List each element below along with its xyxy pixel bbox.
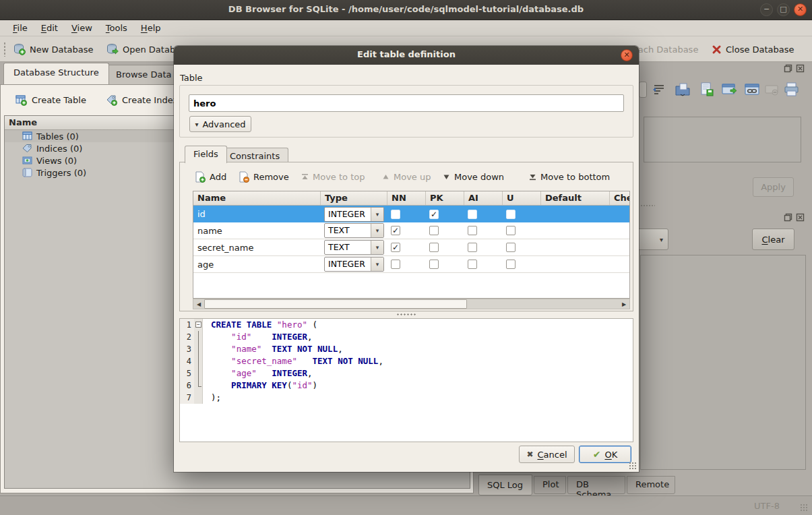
move-to-top-button: Move to top	[299, 168, 367, 185]
open-in-external-icon[interactable]	[721, 81, 739, 98]
nn-checkbox[interactable]	[391, 210, 400, 219]
fold-marker-icon[interactable]: −	[194, 319, 203, 331]
field-name-cell[interactable]: secret_name	[193, 243, 321, 253]
dialog-close-button[interactable]: ✕	[621, 49, 633, 61]
dialog-title: Edit table definition	[174, 49, 639, 59]
field-row-id[interactable]: id INTEGER▾ ✓	[193, 206, 629, 222]
menu-view[interactable]: View	[65, 22, 98, 34]
menu-tools[interactable]: Tools	[100, 22, 133, 34]
close-database-button[interactable]: Close Database	[708, 40, 799, 58]
remove-field-button[interactable]: Remove	[235, 168, 292, 185]
pk-checkbox[interactable]	[429, 260, 439, 269]
col-header-default[interactable]: Default	[541, 191, 610, 205]
field-type-combobox[interactable]: TEXT▾	[324, 240, 384, 255]
create-table-button[interactable]: Create Table	[10, 90, 92, 109]
dock-close-icon[interactable]	[796, 213, 805, 222]
u-checkbox[interactable]	[506, 243, 516, 252]
tab-plot[interactable]: Plot	[534, 476, 566, 494]
ok-button[interactable]: ✔ OK	[579, 446, 631, 463]
window-resize-grip[interactable]	[800, 504, 808, 512]
col-header-pk[interactable]: PK	[426, 191, 464, 205]
nn-checkbox[interactable]: ✓	[391, 243, 400, 252]
cancel-button[interactable]: ✖ Cancel	[519, 446, 575, 463]
import-cell-icon[interactable]	[674, 81, 691, 98]
fields-grid: Name Type NN PK AI U Default Check id IN…	[193, 191, 630, 299]
statusbar: UTF-8	[0, 495, 812, 515]
create-index-button[interactable]: Create Index	[100, 90, 183, 109]
triggers-icon	[22, 168, 32, 177]
field-row-age[interactable]: age INTEGER▾	[193, 256, 629, 273]
table-name-input[interactable]	[189, 94, 624, 112]
u-checkbox[interactable]	[506, 210, 516, 219]
advanced-toggle-button[interactable]: ▾ Advanced	[189, 116, 251, 132]
ai-checkbox[interactable]	[468, 243, 477, 252]
scroll-left-arrow[interactable]: ◀	[193, 299, 204, 309]
dialog-titlebar[interactable]: Edit table definition ✕	[174, 46, 639, 65]
tab-db-schema[interactable]: DB Schema	[567, 476, 625, 494]
move-to-bottom-button[interactable]: Move to bottom	[526, 168, 613, 185]
window-close-button[interactable]: ✕	[794, 3, 807, 16]
dialog-button-row: ✔ OK	[579, 446, 631, 463]
ai-checkbox[interactable]	[468, 260, 477, 269]
copy-link-icon[interactable]	[744, 81, 761, 98]
ai-checkbox[interactable]	[468, 226, 477, 235]
maximize-button[interactable]: □	[777, 3, 790, 16]
field-row-name[interactable]: name TEXT▾ ✓	[193, 222, 629, 239]
mode-combo-fragment[interactable]	[639, 81, 647, 98]
tab-fields[interactable]: Fields	[185, 146, 227, 163]
add-icon	[194, 171, 206, 183]
close-database-icon	[712, 44, 722, 55]
menu-help[interactable]: Help	[135, 22, 167, 34]
toolbar-drag-handle[interactable]	[3, 42, 6, 57]
tab-browse-data[interactable]: Browse Data	[106, 65, 182, 84]
splitter-handle[interactable]	[396, 313, 416, 316]
u-checkbox[interactable]	[506, 260, 516, 269]
field-name-cell[interactable]: name	[193, 226, 321, 236]
dock-float-icon[interactable]	[784, 213, 792, 222]
cancel-icon: ✖	[526, 450, 533, 459]
pk-checkbox[interactable]	[429, 243, 439, 252]
col-header-name[interactable]: Name	[193, 191, 321, 205]
field-row-secret-name[interactable]: secret_name TEXT▾ ✓	[193, 239, 629, 256]
field-type-combobox[interactable]: TEXT▾	[324, 223, 384, 238]
pk-checkbox[interactable]: ✓	[429, 210, 439, 219]
dock-separator-handle[interactable]	[640, 204, 655, 207]
field-type-combobox[interactable]: INTEGER▾	[324, 207, 384, 222]
sql-preview[interactable]: 1− CREATE TABLE "hero" ( 2 "id" INTEGER,…	[179, 318, 633, 442]
nn-checkbox[interactable]	[391, 260, 400, 269]
move-down-button[interactable]: Move down	[440, 168, 507, 185]
dock-float-icon[interactable]	[784, 64, 792, 73]
menu-file[interactable]: File	[7, 22, 34, 34]
scrollbar-thumb[interactable]	[204, 299, 467, 309]
word-wrap-icon[interactable]	[650, 81, 667, 98]
window-titlebar[interactable]: DB Browser for SQLite - /home/user/code/…	[0, 0, 812, 20]
tab-sql-log[interactable]: SQL Log	[478, 475, 532, 495]
new-database-button[interactable]: New Database	[9, 40, 98, 58]
set-null-icon	[764, 81, 782, 98]
col-header-nn[interactable]: NN	[387, 191, 426, 205]
tab-database-structure[interactable]: Database Structure	[3, 63, 109, 84]
minimize-button[interactable]: −	[760, 3, 773, 16]
col-header-check[interactable]: Check	[610, 191, 629, 205]
application-window: DB Browser for SQLite - /home/user/code/…	[0, 0, 812, 515]
field-type-combobox[interactable]: INTEGER▾	[324, 257, 384, 272]
tab-remote[interactable]: Remote	[627, 476, 675, 494]
field-name-cell[interactable]: age	[193, 260, 321, 270]
scroll-right-arrow[interactable]: ▶	[619, 299, 629, 309]
ai-checkbox[interactable]	[468, 210, 477, 219]
pk-checkbox[interactable]	[429, 226, 439, 235]
print-cell-icon[interactable]	[783, 81, 801, 98]
nn-checkbox[interactable]: ✓	[391, 226, 400, 235]
u-checkbox[interactable]	[506, 226, 516, 235]
chevron-down-icon: ▾	[371, 241, 383, 254]
clear-log-button[interactable]: Clear	[752, 229, 794, 250]
col-header-type[interactable]: Type	[321, 191, 387, 205]
dialog-resize-grip[interactable]	[629, 462, 637, 470]
dock-close-icon[interactable]	[796, 64, 805, 73]
menu-edit[interactable]: Edit	[35, 22, 64, 34]
add-field-button[interactable]: Add	[191, 168, 229, 185]
field-name-cell[interactable]: id	[193, 209, 321, 219]
col-header-u[interactable]: U	[503, 191, 541, 205]
col-header-ai[interactable]: AI	[464, 191, 503, 205]
export-cell-icon[interactable]	[698, 81, 716, 98]
